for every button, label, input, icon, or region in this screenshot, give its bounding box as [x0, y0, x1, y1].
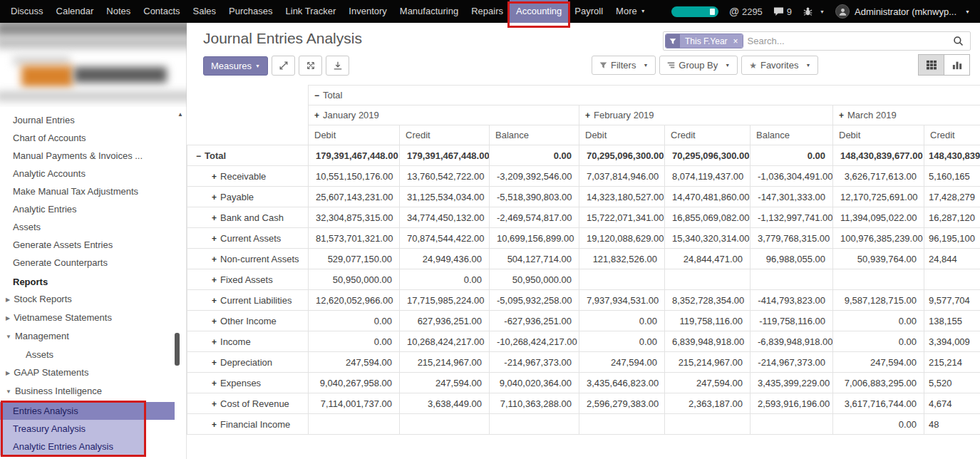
timer-progress-bar[interactable] [671, 6, 718, 17]
pivot-row-header[interactable]: +Current Liabilities [187, 290, 309, 311]
sidebar-item-make-manual-tax-adjustments[interactable]: Make Manual Tax Adjustments [0, 182, 186, 200]
sidebar-item-assets[interactable]: Assets [0, 218, 186, 236]
pivot-measure-header[interactable]: Debit [579, 125, 665, 145]
topbar-item-accounting[interactable]: Accounting [510, 0, 568, 23]
expand-toggle-icon[interactable]: + [212, 192, 217, 202]
mentions-indicator[interactable]: @ 2295 [729, 6, 763, 17]
sidebar-item-generate-counterparts[interactable]: Generate Counterparts [0, 254, 186, 272]
expand-toggle-icon[interactable]: + [585, 110, 590, 120]
sidebar-item-journal-entries[interactable]: Journal Entries [0, 111, 186, 129]
sidebar-item-treasury-analysis[interactable]: Treasury Analysis [0, 420, 145, 438]
chevron-down-icon: ▼ [6, 331, 11, 343]
sidebar-item-analytic-accounts[interactable]: Analytic Accounts [0, 165, 186, 182]
pivot-row-header[interactable]: +Depreciation [187, 352, 309, 373]
pivot-measure-header[interactable]: Debit [833, 125, 924, 145]
topbar-item-discuss[interactable]: Discuss [4, 0, 50, 23]
topbar-item-repairs[interactable]: Repairs [465, 0, 510, 23]
expand-toggle-icon[interactable]: + [212, 275, 217, 285]
sidebar-item-stock-reports[interactable]: ▶Stock Reports [0, 290, 186, 309]
sidebar-item-management-assets[interactable]: Assets [0, 346, 186, 363]
topbar-item-sales[interactable]: Sales [187, 0, 223, 23]
expand-toggle-icon[interactable]: + [212, 420, 217, 430]
pivot-cell: -5,518,390,803.00 [490, 187, 579, 207]
sidebar-item-generate-assets-entries[interactable]: Generate Assets Entries [0, 236, 186, 254]
sidebar-item-business-intelligence[interactable]: ▼Business Intelligence [0, 382, 186, 401]
search-input[interactable] [743, 34, 948, 48]
expand-toggle-icon[interactable]: + [212, 358, 217, 368]
pivot-measure-header[interactable]: Credit [665, 125, 751, 145]
systray-apps[interactable]: ▼ [803, 6, 825, 16]
pivot-row-header[interactable]: −Total [187, 145, 309, 166]
topbar-item-purchases[interactable]: Purchases [222, 0, 279, 23]
pivot-row-header[interactable]: +Current Assets [187, 228, 309, 249]
scroll-up-icon[interactable]: ▲ [177, 111, 183, 118]
expand-toggle-icon[interactable]: + [212, 234, 217, 244]
collapse-toggle-icon[interactable]: − [314, 91, 319, 100]
favorites-button[interactable]: ★ Favorites▼ [741, 56, 818, 75]
topbar-item-manufacturing[interactable]: Manufacturing [393, 0, 465, 23]
flip-axis-button[interactable] [299, 56, 322, 76]
sidebar-item-management[interactable]: ▼Management [0, 327, 186, 346]
group-by-button[interactable]: Group By▼ [659, 56, 738, 75]
pivot-row-header[interactable]: +Income [187, 331, 309, 352]
topbar-item-more[interactable]: More▼ [609, 0, 652, 23]
topbar-item-inventory[interactable]: Inventory [342, 0, 393, 23]
expand-toggle-icon[interactable]: + [212, 172, 217, 182]
expand-toggle-icon[interactable]: + [212, 296, 217, 306]
pivot-col-group[interactable]: +January 2019 [309, 105, 579, 125]
pivot-measure-header[interactable]: Debit [309, 125, 400, 145]
pivot-cell: 31,125,534,034.00 [400, 187, 490, 207]
expand-toggle-icon[interactable]: + [212, 378, 217, 388]
pivot-row-header[interactable]: +Other Income [187, 311, 309, 331]
topbar-item-notes[interactable]: Notes [100, 0, 137, 23]
pivot-row-header[interactable]: +Non-current Assets [187, 249, 309, 269]
sidebar-item-analytic-entries-analysis[interactable]: Analytic Entries Analysis [0, 438, 145, 455]
pivot-col-group[interactable]: +February 2019 [579, 105, 833, 125]
expand-all-button[interactable] [272, 56, 295, 76]
expand-toggle-icon[interactable]: + [212, 337, 217, 347]
topbar-item-contacts[interactable]: Contacts [137, 0, 186, 23]
sidebar-scrollbar-thumb[interactable] [175, 333, 180, 366]
download-button[interactable] [326, 56, 349, 76]
sidebar-item-analytic-entries[interactable]: Analytic Entries [0, 200, 186, 218]
pivot-row-header[interactable]: +Receivable [187, 166, 309, 187]
sidebar-item-chart-of-accounts[interactable]: Chart of Accounts [0, 129, 186, 147]
topbar-item-link-tracker[interactable]: Link Tracker [279, 0, 343, 23]
pivot-measure-header[interactable]: Balance [751, 125, 833, 145]
pivot-row-header[interactable]: +Expenses [187, 373, 309, 393]
messages-indicator[interactable]: 9 [773, 6, 792, 17]
pivot-cell: 17,428,279 [924, 187, 980, 207]
pivot-measure-header[interactable]: Balance [490, 125, 579, 145]
pivot-row-header[interactable]: +Cost of Revenue [187, 393, 309, 414]
search-facet[interactable]: This F.Year × [665, 33, 743, 48]
sidebar-item-entries-analysis[interactable]: Entries Analysis [0, 402, 175, 420]
pivot-row-header[interactable]: +Payable [187, 187, 309, 207]
sidebar-item-vietnamese-statements[interactable]: ▶Vietnamese Statements [0, 309, 186, 327]
pivot-row-header[interactable]: +Bank and Cash [187, 207, 309, 228]
pivot-col-group-total[interactable]: −Total [309, 86, 980, 105]
filters-button[interactable]: Filters▼ [592, 56, 656, 75]
pivot-measure-header[interactable]: Credit [924, 125, 980, 145]
sidebar-item-gaap-statements[interactable]: ▶GAAP Statements [0, 363, 186, 382]
collapse-toggle-icon[interactable]: − [196, 151, 201, 161]
pivot-view-button[interactable] [918, 54, 944, 76]
topbar-item-calendar[interactable]: Calendar [50, 0, 100, 23]
pivot-col-group[interactable]: +March 2019 [833, 105, 980, 125]
expand-toggle-icon[interactable]: + [212, 399, 217, 409]
search-bar[interactable]: This F.Year × [663, 31, 971, 51]
user-menu[interactable]: Administrator (mknwyp... ▼ [835, 4, 970, 19]
pivot-row-header[interactable]: +Fixed Assets [187, 269, 309, 290]
pivot-row-header[interactable]: +Financial Income [187, 414, 309, 435]
facet-remove-icon[interactable]: × [733, 34, 743, 48]
expand-toggle-icon[interactable]: + [212, 213, 217, 223]
expand-toggle-icon[interactable]: + [314, 110, 319, 120]
topbar-item-payroll[interactable]: Payroll [568, 0, 609, 23]
expand-toggle-icon[interactable]: + [839, 110, 844, 120]
sidebar-item-manual-payments-invoices[interactable]: Manual Payments & Invoices ... [0, 147, 186, 165]
expand-toggle-icon[interactable]: + [212, 316, 217, 326]
graph-view-button[interactable] [944, 54, 970, 76]
pivot-measure-header[interactable]: Credit [400, 125, 490, 145]
expand-toggle-icon[interactable]: + [212, 254, 217, 264]
measures-button[interactable]: Measures▼ [203, 56, 268, 76]
search-icon[interactable] [953, 36, 964, 46]
